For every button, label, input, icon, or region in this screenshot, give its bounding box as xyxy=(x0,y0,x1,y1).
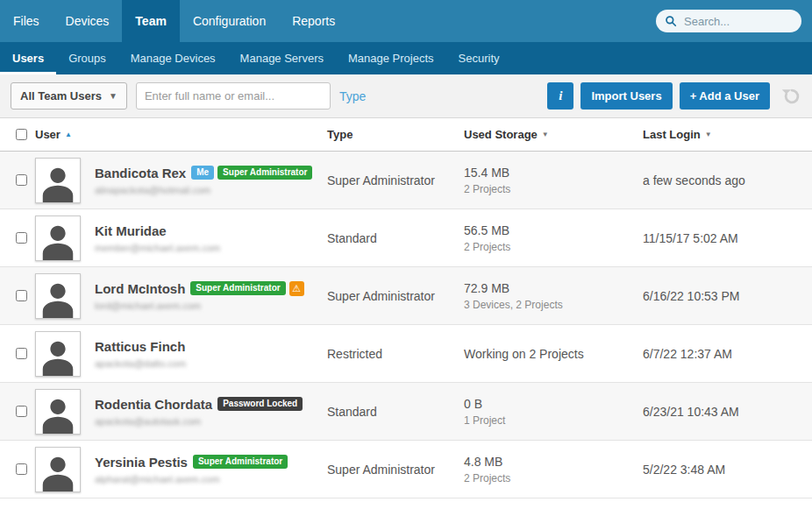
storage-amount: 0 B xyxy=(464,397,643,411)
column-header-type-label: Type xyxy=(327,128,353,141)
user-type: Standard xyxy=(327,405,464,419)
sort-asc-icon: ▲ xyxy=(65,131,72,138)
last-login: 6/16/22 10:53 PM xyxy=(643,289,812,303)
user-type: Super Administrator xyxy=(327,289,464,303)
user-name: Ratticus Finch xyxy=(95,339,185,354)
badges: Password Locked xyxy=(217,397,303,411)
nav-item-devices[interactable]: Devices xyxy=(53,0,123,42)
user-info-cell: Rodentia Chordata Password Locked apacko… xyxy=(95,397,327,427)
user-info-cell: Ratticus Finch apackota@datto.com xyxy=(95,339,327,369)
nav-item-reports[interactable]: Reports xyxy=(279,0,348,42)
user-name-line: Yersinia Pestis Super Administrator xyxy=(95,455,327,470)
top-nav: FilesDevicesTeamConfigurationReports xyxy=(0,0,812,42)
last-login: a few seconds ago xyxy=(643,173,812,187)
name-email-filter-input[interactable] xyxy=(136,82,331,110)
row-checkbox[interactable] xyxy=(16,290,27,301)
avatar-cell xyxy=(35,331,95,377)
user-name-line: Lord McIntosh Super Administrator⚠ xyxy=(95,281,327,296)
info-button[interactable]: i xyxy=(547,82,573,110)
last-login: 6/23/21 10:43 AM xyxy=(643,405,812,419)
column-header-used-storage[interactable]: Used Storage ▼ xyxy=(464,128,643,141)
user-name: Lord McIntosh xyxy=(95,281,185,296)
badge-super-administrator: Super Administrator xyxy=(190,281,285,295)
subnav-item-manage-devices[interactable]: Manage Devices xyxy=(118,42,228,74)
row-checkbox[interactable] xyxy=(16,406,27,417)
add-user-button[interactable]: + Add a User xyxy=(680,82,770,110)
user-table-body: Bandicota Rex MeSuper Administrator alin… xyxy=(0,152,812,498)
user-name: Bandicota Rex xyxy=(95,166,186,180)
subnav-item-manage-projects[interactable]: Manage Projects xyxy=(336,42,446,74)
user-name: Yersinia Pestis xyxy=(95,455,188,470)
table-row[interactable]: Yersinia Pestis Super Administrator alph… xyxy=(0,441,812,498)
column-header-user-label: User xyxy=(35,128,61,141)
last-login: 11/15/17 5:02 AM xyxy=(643,231,812,245)
row-check-cell xyxy=(0,461,35,478)
team-users-filter-dropdown[interactable]: All Team Users ▼ xyxy=(11,82,127,110)
storage-cell: 15.4 MB 2 Projects xyxy=(464,166,643,195)
user-email: apackota@datto.com xyxy=(95,358,327,369)
table-row[interactable]: Bandicota Rex MeSuper Administrator alin… xyxy=(0,152,812,209)
table-header: User ▲ Type Used Storage ▼ Last Login ▼ xyxy=(0,118,812,152)
avatar-cell xyxy=(35,158,95,203)
refresh-icon[interactable] xyxy=(782,87,801,106)
sort-caret-icon: ▼ xyxy=(705,131,712,138)
user-email: lord@michael.axem.com xyxy=(95,300,327,311)
row-checkbox[interactable] xyxy=(16,232,27,244)
table-row[interactable]: Rodentia Chordata Password Locked apacko… xyxy=(0,383,812,441)
user-type: Super Administrator xyxy=(327,463,464,477)
storage-amount: 72.9 MB xyxy=(464,281,643,295)
toolbar-actions: i Import Users + Add a User xyxy=(547,82,801,110)
badges: Super Administrator⚠ xyxy=(190,281,303,296)
user-name-line: Rodentia Chordata Password Locked xyxy=(95,397,327,412)
import-users-button[interactable]: Import Users xyxy=(581,82,672,110)
user-name: Kit Muridae xyxy=(95,223,167,238)
storage-cell: Working on 2 Projects xyxy=(464,347,643,361)
subnav-item-manage-servers[interactable]: Manage Servers xyxy=(228,42,336,74)
row-check-cell xyxy=(0,172,35,189)
row-checkbox[interactable] xyxy=(16,348,27,359)
storage-amount: 56.5 MB xyxy=(464,223,643,237)
storage-amount: 4.8 MB xyxy=(464,455,643,469)
type-filter-link[interactable]: Type xyxy=(339,89,366,103)
row-checkbox[interactable] xyxy=(16,174,27,186)
storage-amount: 15.4 MB xyxy=(464,166,643,180)
sort-caret-icon: ▼ xyxy=(542,131,549,138)
avatar xyxy=(35,216,81,261)
avatar xyxy=(35,447,81,492)
user-name: Rodentia Chordata xyxy=(95,397,212,412)
table-row[interactable]: Lord McIntosh Super Administrator⚠ lord@… xyxy=(0,267,812,325)
global-search-input[interactable] xyxy=(682,14,793,29)
user-info-cell: Bandicota Rex MeSuper Administrator alin… xyxy=(95,166,327,195)
table-row[interactable]: Kit Muridae member@michael.axem.com Stan… xyxy=(0,209,812,267)
column-header-last-login[interactable]: Last Login ▼ xyxy=(643,128,812,141)
table-row[interactable]: Ratticus Finch apackota@datto.com Restri… xyxy=(0,325,812,383)
row-checkbox[interactable] xyxy=(16,463,27,475)
avatar xyxy=(35,331,81,377)
subnav-item-security[interactable]: Security xyxy=(446,42,512,74)
nav-item-team[interactable]: Team xyxy=(122,0,180,42)
badge-password-locked: Password Locked xyxy=(217,397,303,411)
column-header-user[interactable]: User ▲ xyxy=(35,128,327,141)
storage-detail: 2 Projects xyxy=(464,183,643,195)
storage-cell: 56.5 MB 2 Projects xyxy=(464,223,643,253)
global-search[interactable] xyxy=(656,10,801,32)
storage-detail: 3 Devices, 2 Projects xyxy=(464,299,643,311)
column-header-storage-label: Used Storage xyxy=(464,128,538,141)
avatar-cell xyxy=(35,216,95,261)
user-info-cell: Yersinia Pestis Super Administrator alph… xyxy=(95,455,327,484)
avatar-cell xyxy=(35,447,95,492)
column-header-login-label: Last Login xyxy=(643,128,701,141)
sub-nav-items: UsersGroupsManage DevicesManage ServersM… xyxy=(0,42,812,74)
storage-amount: Working on 2 Projects xyxy=(464,347,643,361)
subnav-item-groups[interactable]: Groups xyxy=(56,42,118,74)
select-all-checkbox[interactable] xyxy=(16,129,27,140)
badge-super-administrator: Super Administrator xyxy=(193,455,288,469)
subnav-item-users[interactable]: Users xyxy=(0,42,56,74)
avatar-cell xyxy=(35,273,95,319)
nav-item-configuration[interactable]: Configuration xyxy=(180,0,279,42)
user-email: member@michael.axem.com xyxy=(95,243,327,253)
nav-item-files[interactable]: Files xyxy=(0,0,53,42)
storage-cell: 72.9 MB 3 Devices, 2 Projects xyxy=(464,281,643,311)
last-login: 5/2/22 3:48 AM xyxy=(643,463,812,477)
avatar xyxy=(35,389,81,435)
